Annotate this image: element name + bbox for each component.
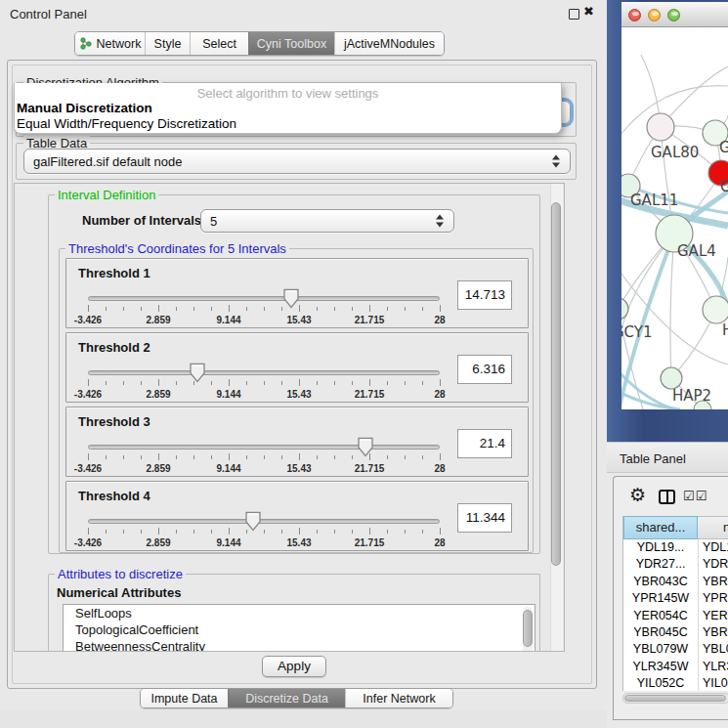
tab-network-label: Network [97, 37, 142, 51]
network-icon [79, 37, 92, 50]
slider-tick-label: -3.426 [64, 463, 112, 474]
settings-scrollbar[interactable] [550, 184, 563, 651]
threshold-3-panel: Threshold 3 -3.4262.8599.14415.4321.7152… [65, 407, 529, 477]
numerical-attributes-label: Numerical Attributes [57, 585, 181, 600]
threshold-4-label: Threshold 4 [78, 489, 150, 503]
number-of-intervals-label: Number of Intervals [82, 213, 201, 228]
table-row[interactable]: YBL079WYBL0 [623, 641, 728, 658]
table-row[interactable]: YPR145WYPR1 [623, 590, 728, 607]
network-view-window: GAL80GACGAL11GAL4GCY1HHAP2 [621, 2, 728, 409]
list-item[interactable]: SelfLoops [64, 605, 535, 621]
slider-thumb[interactable] [244, 511, 262, 533]
threshold-1-value-field[interactable]: 14.713 [457, 280, 512, 310]
table-row[interactable]: YBR043CYBR0 [623, 574, 728, 590]
slider-tick-label: -3.426 [64, 389, 112, 400]
network-node-label: GCY1 [621, 323, 653, 341]
slider-tick-label: 28 [415, 537, 464, 548]
slider-tick-label: 15.43 [275, 389, 323, 400]
number-of-intervals-value: 5 [210, 214, 217, 229]
minimize-traffic-light-icon[interactable] [648, 9, 661, 21]
tab-network[interactable]: Network [75, 32, 145, 55]
tab-jactivemnodules[interactable]: jActiveMNodules [334, 32, 444, 55]
slider-tick-label: 2.859 [134, 315, 183, 325]
slider-tick-label: 9.144 [204, 463, 253, 474]
network-window-titlebar[interactable] [621, 2, 728, 27]
slider-tick-label: 15.43 [275, 537, 323, 548]
thresholds-group: Threshold's Coordinates for 5 Intervals … [59, 248, 534, 553]
apply-button[interactable]: Apply [262, 656, 326, 677]
threshold-3-value-field[interactable]: 21.4 [457, 429, 512, 458]
list-scrollbar[interactable] [523, 607, 533, 652]
interval-definition-title: Interval Definition [55, 188, 158, 202]
threshold-3-label: Threshold 3 [78, 414, 150, 429]
threshold-1-panel: Threshold 1 -3.4262.8599.14415.4321.7152… [65, 258, 529, 328]
table-row[interactable]: YER054CYER0 [623, 608, 728, 624]
tab-infer-network[interactable]: Infer Network [345, 689, 452, 707]
table-data-combo[interactable]: galFiltered.sif default node [23, 149, 571, 174]
select-columns-icon[interactable]: ☑☑ [683, 489, 707, 503]
table-panel-window: ⚙ ☑☑ shared... na YDL19...YDL1YDR27...YD… [613, 476, 728, 720]
scrollbar-thumb[interactable] [624, 695, 726, 702]
bottom-tab-bar: Impute Data Discretize Data Infer Networ… [140, 688, 453, 708]
slider-tick-label: 28 [415, 389, 464, 400]
slider-tick-label: 2.859 [134, 537, 183, 548]
network-node-label: GA [719, 139, 728, 156]
list-item[interactable]: TopologicalCoefficient [64, 621, 535, 638]
algorithm-dropdown-popup: Select algorithm to view settings Manual… [14, 83, 562, 134]
slider-tick-label: -3.426 [64, 537, 112, 548]
table-row[interactable]: YBR045CYBR0 [623, 624, 728, 641]
window-title: Control Panel [10, 7, 87, 21]
tab-cyni-toolbox[interactable]: Cyni Toolbox [248, 32, 334, 55]
slider-thumb[interactable] [189, 363, 206, 384]
table-row[interactable]: YLR345WYLR3 [623, 659, 728, 675]
table-panel-section: Table Panel ⚙ ☑☑ shared... na YDL19...YD… [607, 442, 728, 728]
algorithm-prompt-item[interactable]: Select algorithm to view settings [15, 86, 561, 101]
node-table: shared... na YDL19...YDL1YDR27...YDR2YBR… [622, 516, 728, 691]
table-data-combo-value: galFiltered.sif default node [33, 154, 182, 169]
close-icon[interactable]: ✖ [583, 4, 594, 19]
threshold-1-slider[interactable]: -3.4262.8599.14415.4321.71528 [86, 288, 442, 327]
slider-tick-label: 21.715 [345, 463, 394, 474]
zoom-traffic-light-icon[interactable] [667, 9, 680, 21]
tab-discretize-data[interactable]: Discretize Data [228, 689, 345, 707]
tab-impute-data[interactable]: Impute Data [141, 689, 228, 707]
threshold-3-slider[interactable]: -3.4262.8599.14415.4321.71528 [86, 437, 442, 476]
table-row[interactable]: YIL052CYIL0 [623, 675, 728, 691]
slider-tick-label: 21.715 [345, 389, 394, 400]
gear-icon[interactable]: ⚙ [629, 486, 646, 504]
split-columns-icon[interactable] [659, 490, 675, 504]
list-item[interactable]: BetweennessCentrality [64, 638, 535, 652]
tab-style[interactable]: Style [145, 32, 190, 55]
thresholds-group-title: Threshold's Coordinates for 5 Intervals [65, 241, 289, 256]
threshold-2-value-field[interactable]: 6.316 [457, 355, 512, 384]
threshold-4-value-field[interactable]: 11.344 [457, 503, 512, 533]
combo-stepper-icon [552, 155, 561, 168]
table-horizontal-scrollbar[interactable] [622, 693, 728, 704]
table-row[interactable]: YDL19...YDL1 [623, 539, 728, 556]
table-row[interactable]: YDR27...YDR2 [623, 556, 728, 573]
top-tab-bar: Network Style Select Cyni Toolbox jActiv… [74, 31, 445, 56]
slider-tick-label: 21.715 [345, 315, 394, 325]
slider-thumb[interactable] [282, 288, 300, 310]
column-header-name[interactable]: na [698, 516, 728, 539]
attributes-group-title: Attributes to discretize [55, 567, 186, 581]
threshold-2-slider[interactable]: -3.4262.8599.14415.4321.71528 [86, 363, 442, 402]
slider-tick-label: 2.859 [134, 389, 183, 400]
network-graph: GAL80GACGAL11GAL4GCY1HHAP2 [621, 27, 728, 409]
combo-stepper-icon [436, 215, 445, 228]
control-panel-window: Control Panel ✖ Network Style Select Cyn… [0, 0, 607, 728]
column-header-shared-name[interactable]: shared... [623, 516, 698, 539]
scrollbar-thumb[interactable] [551, 202, 561, 566]
algorithm-option-manual[interactable]: Manual Discretization [17, 101, 152, 115]
tab-select[interactable]: Select [190, 32, 248, 55]
number-of-intervals-combo[interactable]: 5 [200, 209, 454, 233]
slider-tick-label: 9.144 [204, 315, 253, 325]
network-canvas[interactable]: GAL80GACGAL11GAL4GCY1HHAP2 [621, 27, 728, 409]
float-window-icon[interactable] [569, 9, 579, 20]
close-traffic-light-icon[interactable] [628, 9, 641, 21]
algorithm-option-equal-width[interactable]: Equal Width/Frequency Discretization [17, 116, 236, 131]
network-node-label: HAP2 [672, 387, 711, 405]
table-panel-header: Table Panel [607, 442, 728, 473]
slider-thumb[interactable] [357, 437, 374, 458]
threshold-4-slider[interactable]: -3.4262.8599.14415.4321.71528 [86, 511, 442, 550]
